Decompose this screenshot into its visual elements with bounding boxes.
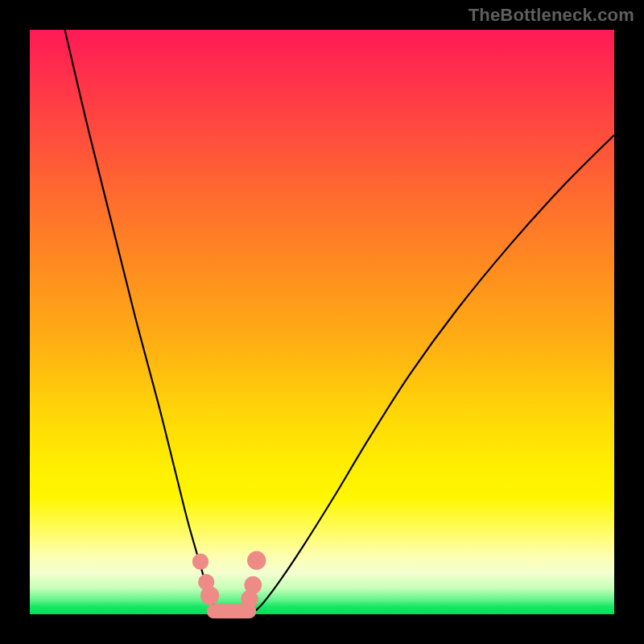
curve-right <box>252 135 614 614</box>
data-marker <box>247 551 266 570</box>
chart-stage: TheBottleneck.com <box>0 0 644 644</box>
watermark-text: TheBottleneck.com <box>469 5 634 26</box>
curve-left <box>65 30 220 614</box>
marker-group <box>192 551 266 608</box>
plot-area <box>30 30 614 614</box>
data-marker <box>200 586 219 605</box>
chart-svg <box>30 30 614 614</box>
data-marker <box>192 553 208 569</box>
